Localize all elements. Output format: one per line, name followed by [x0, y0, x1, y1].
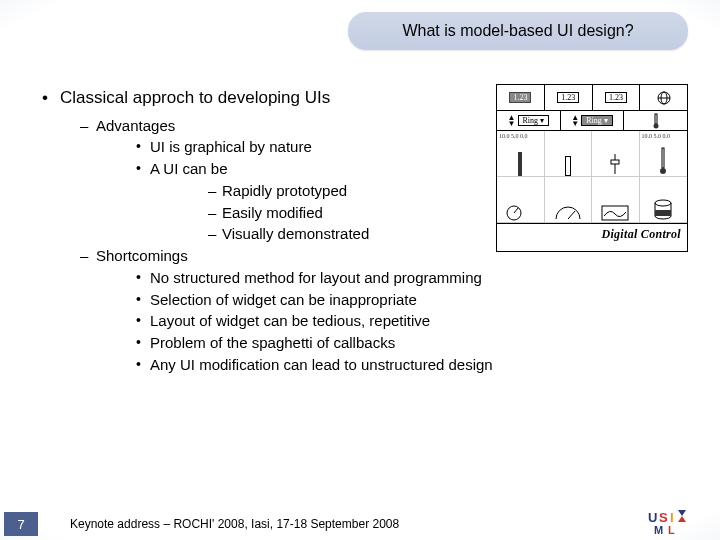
figure-chip-1: 1.23 [509, 92, 531, 103]
svg-rect-6 [611, 160, 619, 164]
shortcomings-label: Shortcomings [96, 247, 188, 264]
chart-icon [600, 204, 630, 222]
advantages-label: Advantages [96, 117, 175, 134]
thermometer-icon [624, 111, 687, 130]
slide-title: What is model-based UI design? [402, 22, 633, 40]
page-number: 7 [4, 512, 38, 536]
svg-rect-14 [655, 210, 671, 216]
svg-text:M: M [654, 524, 663, 536]
svg-marker-19 [678, 516, 686, 522]
svg-point-13 [655, 200, 671, 206]
short-item-2: Selection of widget can be inappropriate [96, 289, 688, 311]
svg-text:S: S [659, 510, 668, 525]
gauge-ticks: 10.0 5.0 0.0 [499, 133, 528, 139]
footer-text: Keynote address – ROCHI' 2008, Iasi, 17-… [70, 517, 399, 531]
svg-marker-18 [678, 510, 686, 516]
short-item-5: Any UI modification can lead to unstruct… [96, 354, 688, 376]
gauge-bar [518, 152, 522, 176]
svg-text:L: L [668, 524, 675, 536]
figure-chip-3: 1.23 [605, 92, 627, 103]
short-item-4: Problem of the spaghetti of callbacks [96, 332, 688, 354]
svg-rect-12 [602, 206, 628, 220]
gauge-bar [565, 156, 571, 176]
stepper-icon: ▲▼ [571, 115, 579, 127]
bullet-shortcomings: Shortcomings No structured method for la… [60, 245, 688, 376]
figure-ring-row: ▲▼ Ring▾ ▲▼ Ring▾ [497, 111, 687, 131]
svg-line-11 [568, 211, 575, 219]
short-item-3: Layout of widget can be tedious, repetit… [96, 310, 688, 332]
stepper-icon: ▲▼ [508, 115, 516, 127]
svg-rect-3 [655, 114, 657, 124]
dial-icon [553, 204, 583, 222]
short-item-1: No structured method for layout and prog… [96, 267, 688, 289]
figure-topbar: 1.23 1.23 1.23 [497, 85, 687, 111]
gauge-ticks: 10.0 5.0 0.0 [642, 133, 671, 139]
svg-text:U: U [648, 510, 657, 525]
svg-rect-7 [662, 148, 664, 168]
chevron-down-icon: ▾ [540, 116, 544, 125]
slide-footer: 7 Keynote address – ROCHI' 2008, Iasi, 1… [0, 508, 720, 540]
svg-point-4 [653, 123, 658, 128]
svg-point-8 [660, 168, 666, 174]
svg-text:I: I [670, 510, 674, 525]
usixml-logo-icon: U S I M L [648, 508, 710, 536]
slider-icon [605, 152, 625, 176]
tank-icon [651, 198, 675, 222]
figure-gauges: 10.0 5.0 0.0 10.0 5.0 0.0 [497, 131, 687, 223]
slide: What is model-based UI design? Classical… [0, 0, 720, 540]
knob-icon [505, 204, 535, 222]
thermometer-icon [659, 146, 667, 176]
slide-title-bar: What is model-based UI design? [348, 12, 688, 50]
svg-line-10 [514, 208, 518, 213]
ring-label-1: Ring [523, 116, 539, 125]
ring-label-2: Ring [586, 116, 602, 125]
globe-icon [640, 85, 687, 110]
chevron-down-icon: ▾ [604, 116, 608, 125]
adv-item-2-text: A UI can be [150, 160, 228, 177]
figure-chip-2: 1.23 [557, 92, 579, 103]
figure-digital-control: 1.23 1.23 1.23 ▲▼ Ring▾ ▲▼ Ring▾ 10.0 5.… [496, 84, 688, 252]
figure-caption: Digital Control [497, 223, 687, 245]
bullet-main-text: Classical approch to developing UIs [60, 88, 330, 107]
